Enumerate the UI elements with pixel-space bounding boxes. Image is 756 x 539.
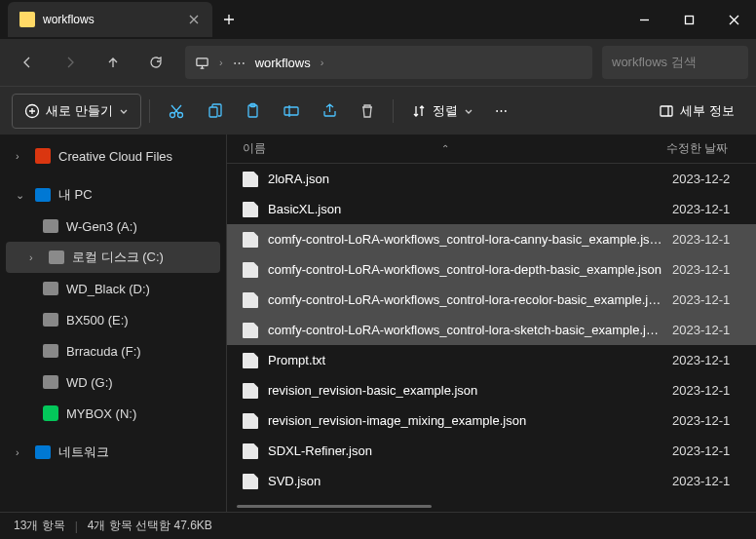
drive-icon bbox=[43, 282, 58, 295]
drive-icon bbox=[43, 219, 58, 233]
search-input[interactable]: workflows 검색 bbox=[602, 46, 748, 79]
ellipsis-icon[interactable]: ⋯ bbox=[233, 56, 246, 70]
add-tab-button[interactable] bbox=[212, 3, 246, 36]
tree-item-drive[interactable]: MYBOX (N:) bbox=[0, 398, 226, 429]
tree-item-drive[interactable]: Brracuda (F:) bbox=[0, 335, 226, 366]
file-row[interactable]: comfy-control-LoRA-workflows_control-lor… bbox=[227, 315, 756, 345]
file-date: 2023-12-1 bbox=[672, 353, 740, 367]
window-tab[interactable]: workflows bbox=[8, 2, 212, 37]
file-name: Prompt.txt bbox=[268, 353, 662, 367]
file-row[interactable]: comfy-control-LoRA-workflows_control-lor… bbox=[227, 224, 756, 254]
back-button[interactable] bbox=[8, 45, 47, 80]
file-icon bbox=[243, 202, 258, 217]
chevron-right-icon[interactable]: › bbox=[29, 251, 41, 263]
sort-button[interactable]: 정렬 bbox=[401, 94, 483, 129]
up-button[interactable] bbox=[94, 45, 132, 80]
file-icon bbox=[243, 232, 258, 248]
share-button[interactable] bbox=[312, 94, 348, 129]
close-button[interactable] bbox=[711, 0, 756, 39]
file-name: revision_revision-image_mixing_example.j… bbox=[268, 413, 662, 428]
drive-icon bbox=[43, 313, 58, 327]
file-row[interactable]: revision_revision-basic_example.json2023… bbox=[227, 375, 756, 405]
file-name: SVD.json bbox=[268, 474, 662, 488]
refresh-button[interactable] bbox=[136, 45, 175, 80]
chevron-right-icon[interactable]: › bbox=[16, 150, 27, 162]
tree-item-drive[interactable]: BX500 (E:) bbox=[0, 304, 226, 335]
file-row[interactable]: SDXL-Refiner.json2023-12-1 bbox=[227, 436, 756, 466]
rename-button[interactable] bbox=[273, 94, 310, 129]
path-segment[interactable]: workflows bbox=[255, 56, 311, 70]
status-total: 13개 항목 bbox=[14, 518, 65, 534]
svg-rect-1 bbox=[197, 58, 208, 65]
file-date: 2023-12-1 bbox=[672, 383, 740, 398]
svg-rect-0 bbox=[685, 16, 693, 23]
chevron-right-icon[interactable]: › bbox=[321, 57, 324, 68]
file-icon bbox=[243, 262, 258, 278]
file-icon bbox=[243, 323, 258, 338]
tree-item-creative-cloud[interactable]: › Creative Cloud Files bbox=[0, 140, 226, 172]
column-name[interactable]: 이름 bbox=[243, 140, 266, 157]
minimize-button[interactable] bbox=[622, 0, 666, 39]
status-selected: 4개 항목 선택함 47.6KB bbox=[88, 518, 212, 534]
tree-item-this-pc[interactable]: ⌄ 내 PC bbox=[0, 179, 226, 211]
file-name: comfy-control-LoRA-workflows_control-lor… bbox=[268, 323, 662, 337]
file-date: 2023-12-1 bbox=[672, 443, 740, 458]
address-bar[interactable]: › ⋯ workflows › bbox=[185, 46, 592, 79]
svg-point-3 bbox=[170, 112, 174, 117]
sort-ascending-icon: ⌃ bbox=[441, 143, 449, 154]
file-row[interactable]: BasicXL.json2023-12-1 bbox=[227, 194, 756, 224]
column-date[interactable]: 수정한 날짜 bbox=[666, 140, 740, 157]
chevron-right-icon[interactable]: › bbox=[16, 446, 27, 458]
drive-icon bbox=[43, 375, 58, 389]
more-button[interactable]: ⋯ bbox=[485, 94, 517, 129]
file-row[interactable]: SVD.json2023-12-1 bbox=[227, 466, 756, 496]
details-button[interactable]: 세부 정보 bbox=[649, 94, 744, 129]
copy-button[interactable] bbox=[197, 94, 233, 129]
file-icon bbox=[243, 443, 258, 459]
svg-rect-5 bbox=[209, 107, 217, 117]
pc-icon bbox=[35, 188, 51, 202]
svg-point-4 bbox=[177, 112, 182, 117]
tree-item-drive[interactable]: WD (G:) bbox=[0, 366, 226, 398]
tree-item-drive[interactable]: W-Gen3 (A:) bbox=[0, 211, 226, 242]
file-row[interactable]: comfy-control-LoRA-workflows_control-lor… bbox=[227, 254, 756, 285]
file-icon bbox=[243, 353, 258, 368]
forward-button[interactable] bbox=[51, 45, 90, 80]
file-date: 2023-12-1 bbox=[672, 474, 740, 488]
horizontal-scrollbar[interactable] bbox=[227, 502, 756, 512]
file-date: 2023-12-1 bbox=[672, 232, 740, 247]
file-date: 2023-12-1 bbox=[672, 202, 740, 216]
tab-title: workflows bbox=[43, 13, 179, 26]
paste-button[interactable] bbox=[235, 94, 271, 129]
status-bar: 13개 항목 | 4개 항목 선택함 47.6KB bbox=[0, 512, 756, 539]
chevron-right-icon[interactable]: › bbox=[219, 57, 223, 68]
delete-button[interactable] bbox=[350, 94, 385, 129]
file-date: 2023-12-2 bbox=[672, 172, 740, 186]
file-list: 2loRA.json2023-12-2BasicXL.json2023-12-1… bbox=[227, 164, 756, 498]
sort-label: 정렬 bbox=[433, 102, 458, 120]
file-icon bbox=[243, 172, 258, 187]
drive-icon bbox=[43, 344, 58, 358]
file-name: comfy-control-LoRA-workflows_control-lor… bbox=[268, 292, 662, 307]
new-button[interactable]: 새로 만들기 bbox=[12, 94, 141, 129]
file-name: BasicXL.json bbox=[268, 202, 662, 216]
tree-item-drive[interactable]: WD_Black (D:) bbox=[0, 273, 226, 304]
tree-item-network[interactable]: › 네트워크 bbox=[0, 437, 226, 468]
close-tab-icon[interactable] bbox=[187, 13, 201, 26]
navigation-tree: › Creative Cloud Files ⌄ 내 PC W-Gen3 (A:… bbox=[0, 135, 226, 512]
monitor-icon bbox=[195, 56, 209, 70]
file-date: 2023-12-1 bbox=[672, 323, 740, 337]
file-row[interactable]: Prompt.txt2023-12-1 bbox=[227, 345, 756, 375]
tree-item-drive[interactable]: ›로컬 디스크 (C:) bbox=[6, 242, 220, 273]
file-date: 2023-12-1 bbox=[672, 262, 740, 277]
file-row[interactable]: revision_revision-image_mixing_example.j… bbox=[227, 405, 756, 436]
file-name: revision_revision-basic_example.json bbox=[268, 383, 662, 398]
cut-button[interactable] bbox=[158, 94, 195, 129]
network-icon bbox=[35, 445, 51, 459]
file-name: comfy-control-LoRA-workflows_control-lor… bbox=[268, 262, 662, 277]
maximize-button[interactable] bbox=[666, 0, 711, 39]
chevron-down-icon[interactable]: ⌄ bbox=[16, 189, 27, 202]
svg-rect-9 bbox=[661, 106, 672, 116]
file-row[interactable]: comfy-control-LoRA-workflows_control-lor… bbox=[227, 285, 756, 315]
file-row[interactable]: 2loRA.json2023-12-2 bbox=[227, 164, 756, 194]
